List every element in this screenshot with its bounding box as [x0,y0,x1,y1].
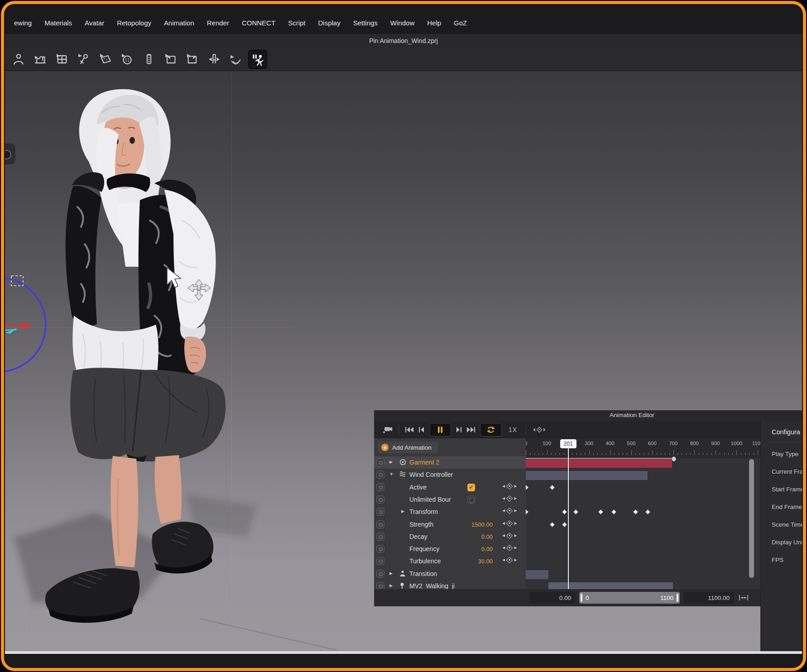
visibility-eye-icon[interactable] [376,508,384,516]
timeline-vertical-scrollbar[interactable] [749,459,754,578]
prev-keyframe-icon[interactable]: ◀ [502,558,505,562]
keyframe-diamond[interactable] [598,509,604,515]
next-keyframe-icon[interactable]: ▶ [514,485,517,488]
keyframe-nav-control[interactable]: ◀▶ [502,509,517,513]
total-frames-field[interactable]: 1100.00 [683,592,734,604]
keyframe-diamond[interactable] [611,509,617,515]
track-row-mv2-walking-ji[interactable]: ▶MV2_Walking_ji [374,580,526,589]
prev-keyframe-icon[interactable]: ◀ [502,497,505,500]
timeline-clip-bar[interactable] [526,459,672,468]
menu-item-retopology[interactable]: Retopology [110,16,158,29]
prev-keyframe-icon[interactable]: ◀ [502,546,505,550]
keyframe-nav-control[interactable]: ◀▶ [502,558,517,562]
keyframe-diamond[interactable] [573,509,579,515]
track-row-transform[interactable]: ▶Transform◀▶ [374,506,526,518]
timeline-clip-bar[interactable] [526,570,548,579]
menu-item-materials[interactable]: Materials [38,16,78,29]
fold-right-icon[interactable] [183,50,202,68]
tape-measure-icon[interactable] [227,50,245,68]
visibility-eye-icon[interactable] [376,533,384,541]
range-end-handle[interactable] [677,594,678,602]
keyframe-nav-button[interactable] [532,427,547,433]
keyframe-nav-control[interactable]: ◀▶ [502,546,517,550]
keyframe-diamond[interactable] [645,509,651,515]
keyframe-nav-control[interactable]: ◀▶ [502,496,517,501]
expand-arrow-icon[interactable]: ▶ [389,571,393,576]
set-keyframe-icon[interactable] [506,495,513,502]
playhead-line[interactable] [568,447,569,589]
keyframe-diamond[interactable] [526,485,528,490]
menu-item-script[interactable]: Script [282,16,312,29]
visibility-eye-icon[interactable] [376,495,384,504]
keyframe-nav-control[interactable]: ◀▶ [502,533,517,538]
next-keyframe-icon[interactable]: ▶ [514,558,517,562]
button-icon[interactable] [118,50,136,68]
track-value[interactable]: 30.00 [478,558,493,565]
prev-keyframe-icon[interactable]: ◀ [502,509,505,513]
track-value[interactable]: 1500.00 [471,521,493,528]
sewing-machine-icon[interactable] [31,50,49,68]
track-row-transition[interactable]: ▶Transition [374,568,526,580]
checkbox-checked[interactable]: ✓ [467,484,475,491]
prev-keyframe-icon[interactable]: ◀ [502,522,505,525]
track-value[interactable]: 0.00 [481,546,493,552]
menu-item-goz[interactable]: GoZ [447,16,473,29]
expand-arrow-icon[interactable]: ▶ [401,509,404,514]
simulation-running-icon[interactable] [249,50,267,68]
timeline-clip-bar[interactable] [526,471,648,480]
track-row-garment-2[interactable]: ▶Garment 2 [374,456,526,469]
visibility-eye-icon[interactable] [376,458,384,466]
keyframe-nav-control[interactable]: ◀▶ [502,484,517,489]
checkbox-unchecked[interactable] [467,496,475,504]
playhead-frame-badge[interactable]: 201 [560,439,576,448]
pause-button[interactable] [429,423,451,437]
expand-arrow-icon[interactable]: ▶ [389,460,393,464]
playback-speed-label[interactable]: 1X [509,426,517,433]
visibility-eye-icon[interactable] [376,545,384,553]
keyframe-diamond[interactable] [562,522,567,528]
menu-item-avatar[interactable]: Avatar [78,16,110,29]
avatar-icon[interactable] [10,50,28,68]
track-row-strength[interactable]: Strength1500.00◀▶ [374,518,526,531]
set-keyframe-icon[interactable] [506,508,513,514]
step-back-button[interactable] [418,427,425,433]
prev-keyframe-icon[interactable]: ◀ [502,534,505,538]
zipper-icon[interactable] [140,50,158,68]
timeline-clip-bar[interactable] [548,582,673,589]
set-keyframe-icon[interactable] [506,483,513,490]
progress-handle[interactable] [672,456,676,461]
keyframe-nav-control[interactable]: ◀▶ [502,521,517,526]
track-row-active[interactable]: Active✓◀▶ [374,481,526,494]
menu-item-settings[interactable]: Settings [347,16,384,29]
next-keyframe-icon[interactable]: ▶ [514,534,517,538]
fabric-swatch-icon[interactable] [96,50,115,68]
current-time-field[interactable]: 0.00 [529,592,576,604]
visibility-eye-icon[interactable] [376,520,384,528]
menu-item-render[interactable]: Render [201,16,235,29]
menu-item-animation[interactable]: Animation [158,16,201,29]
keyframe-diamond[interactable] [526,509,528,515]
set-keyframe-icon[interactable] [506,557,513,563]
skip-end-button[interactable] [466,427,476,433]
next-keyframe-icon[interactable]: ▶ [514,509,517,513]
frame-range-slider[interactable]: 0 1100 [579,592,680,604]
fold-left-icon[interactable] [162,50,180,68]
set-keyframe-icon[interactable] [506,520,513,526]
range-start-handle[interactable] [581,594,582,602]
next-keyframe-icon[interactable]: ▶ [514,497,517,500]
track-row-decay[interactable]: Decay0.00◀▶ [374,531,526,543]
visibility-eye-icon[interactable] [376,557,384,565]
fit-timeline-icon[interactable] [739,595,749,601]
visibility-eye-icon[interactable] [376,483,384,491]
skip-start-button[interactable] [405,427,414,433]
menu-item-connect[interactable]: CONNECT [235,16,282,29]
collapse-arrow-icon[interactable]: ▼ [389,472,394,476]
menu-item-help[interactable]: Help [421,16,447,29]
step-forward-button[interactable] [456,427,462,433]
track-value[interactable]: 0.00 [481,533,493,540]
keyframe-diamond[interactable] [633,509,639,515]
menu-item-display[interactable]: Display [312,16,346,29]
visibility-eye-icon[interactable] [376,570,384,578]
keyframe-diamond[interactable] [562,509,567,515]
prev-keyframe-icon[interactable]: ◀ [502,485,505,488]
